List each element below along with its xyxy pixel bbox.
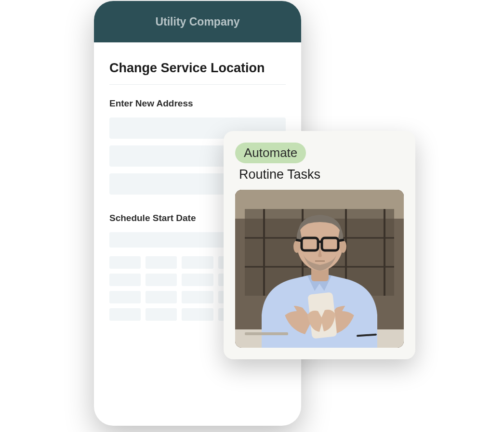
svg-rect-21 [245, 332, 288, 335]
calendar-cell[interactable] [109, 308, 141, 321]
calendar-cell[interactable] [182, 256, 213, 269]
svg-point-13 [340, 240, 346, 253]
feature-photo [235, 190, 404, 348]
divider [109, 84, 286, 85]
svg-point-12 [293, 240, 300, 253]
calendar-cell[interactable] [182, 291, 213, 303]
app-header-title: Utility Company [155, 15, 239, 28]
calendar-cell[interactable] [146, 256, 177, 269]
page-title: Change Service Location [109, 61, 286, 76]
calendar-cell[interactable] [146, 274, 177, 286]
calendar-cell[interactable] [109, 256, 141, 269]
calendar-cell[interactable] [146, 308, 177, 321]
feature-subtext: Routine Tasks [239, 167, 404, 182]
calendar-cell[interactable] [109, 291, 141, 303]
app-header: Utility Company [94, 1, 301, 42]
feature-badge: Automate [235, 143, 306, 163]
calendar-cell[interactable] [182, 308, 213, 321]
calendar-cell[interactable] [146, 291, 177, 303]
calendar-cell[interactable] [182, 274, 213, 286]
svg-line-17 [296, 240, 302, 241]
feature-card: Automate Routine Tasks [224, 131, 415, 359]
svg-line-18 [338, 240, 344, 241]
person-phone-illustration [235, 190, 404, 348]
calendar-cell[interactable] [109, 274, 141, 286]
address-section-label: Enter New Address [109, 98, 286, 109]
